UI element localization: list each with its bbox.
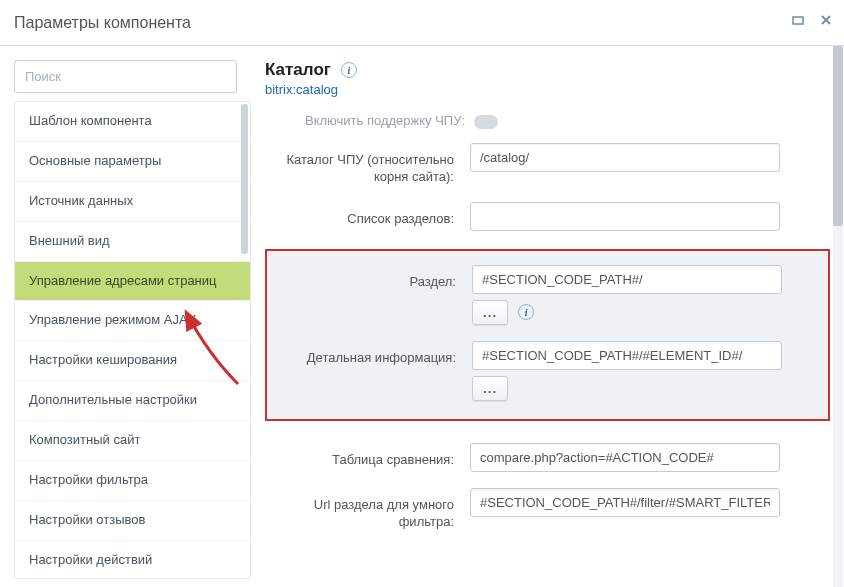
search-input[interactable]: [15, 61, 236, 92]
page-title: Каталог: [265, 60, 331, 80]
sidebar-item[interactable]: Настройки отзывов: [15, 501, 250, 541]
label-catalog-sef: Каталог ЧПУ (относительно корня сайта):: [265, 143, 470, 186]
params-scroll: Включить поддержку ЧПУ: Каталог ЧПУ (отн…: [265, 107, 844, 587]
sidebar-item[interactable]: Основные параметры: [15, 142, 250, 182]
nav-container: Шаблон компонентаОсновные параметрыИсточ…: [14, 101, 251, 579]
row-sections-list: Список разделов:: [265, 194, 830, 239]
main-panel: Каталог i bitrix:catalog Включить поддер…: [251, 46, 844, 587]
sidebar-item[interactable]: Настройки действий: [15, 541, 250, 578]
label-compare: Таблица сравнения:: [265, 443, 470, 469]
title-bar: Параметры компонента: [0, 0, 844, 46]
label-detail: Детальная информация:: [267, 341, 472, 367]
row-compare: Таблица сравнения:: [265, 435, 830, 480]
close-button[interactable]: [818, 12, 834, 28]
label-section: Раздел:: [267, 265, 472, 291]
component-name: bitrix:catalog: [265, 82, 844, 97]
label-smart-filter: Url раздела для умного фильтра:: [265, 488, 470, 531]
info-icon[interactable]: i: [341, 62, 357, 78]
label-sections-list: Список разделов:: [265, 202, 470, 228]
sef-toggle-label: Включить поддержку ЧПУ:: [305, 113, 465, 128]
section-browse-button[interactable]: ...: [472, 300, 508, 325]
highlight-box: Раздел: ... i Детальная информация:: [265, 249, 830, 421]
input-detail[interactable]: [472, 341, 782, 370]
search-wrap: [14, 60, 237, 93]
row-section: Раздел: ... i: [267, 257, 828, 333]
sidebar-item[interactable]: Внешний вид: [15, 222, 250, 262]
sidebar-item[interactable]: Дополнительные настройки: [15, 381, 250, 421]
sidebar-scrollbar[interactable]: [241, 104, 248, 254]
input-smart-filter[interactable]: [470, 488, 780, 517]
svg-rect-0: [793, 17, 803, 24]
maximize-button[interactable]: [790, 12, 806, 28]
input-sections-list[interactable]: [470, 202, 780, 231]
sidebar-item[interactable]: Источник данных: [15, 182, 250, 222]
sidebar-item[interactable]: Настройки фильтра: [15, 461, 250, 501]
main-scrollbar-thumb[interactable]: [833, 46, 843, 226]
window-title: Параметры компонента: [14, 14, 191, 32]
info-icon[interactable]: i: [518, 304, 534, 320]
input-catalog-sef[interactable]: [470, 143, 780, 172]
input-compare[interactable]: [470, 443, 780, 472]
sidebar-item[interactable]: Управление режимом AJAX: [15, 301, 250, 341]
row-detail: Детальная информация: ...: [267, 333, 828, 409]
row-smart-filter: Url раздела для умного фильтра:: [265, 480, 830, 539]
input-section[interactable]: [472, 265, 782, 294]
sidebar-item[interactable]: Управление адресами страниц: [15, 262, 250, 302]
detail-browse-button[interactable]: ...: [472, 376, 508, 401]
sef-toggle[interactable]: [474, 115, 498, 129]
row-catalog-sef: Каталог ЧПУ (относительно корня сайта):: [265, 135, 830, 194]
sef-toggle-row: Включить поддержку ЧПУ:: [265, 113, 830, 135]
sidebar-item[interactable]: Настройки кеширования: [15, 341, 250, 381]
sidebar-item[interactable]: Композитный сайт: [15, 421, 250, 461]
window-controls: [790, 12, 834, 28]
sidebar: Шаблон компонентаОсновные параметрыИсточ…: [0, 46, 251, 587]
sidebar-item[interactable]: Шаблон компонента: [15, 102, 250, 142]
nav-list: Шаблон компонентаОсновные параметрыИсточ…: [15, 102, 250, 578]
